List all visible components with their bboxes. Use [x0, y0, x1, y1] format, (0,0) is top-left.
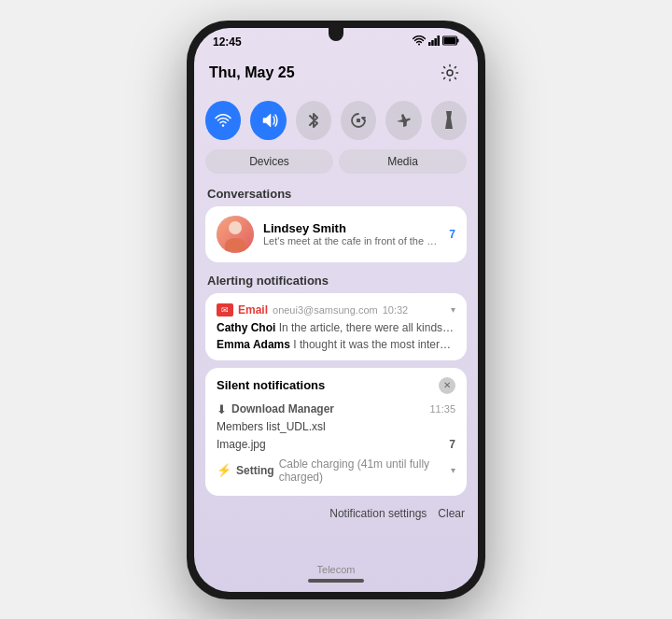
- date-text: Thu, May 25: [209, 64, 295, 81]
- alert-msg-1: Cathy Choi In the article, there were al…: [217, 319, 455, 336]
- silent-app-name: Download Manager: [231, 402, 334, 415]
- signal-icon: [428, 35, 440, 48]
- alert-app-name: Email: [238, 303, 268, 317]
- svg-rect-2: [434, 38, 437, 46]
- alert-app-email: oneui3@samsung.com: [273, 304, 378, 316]
- alerting-card[interactable]: ✉ Email oneui3@samsung.com 10:32 ▾ Cathy…: [205, 293, 467, 360]
- phone-screen: 12:45: [194, 28, 478, 592]
- battery-icon: [442, 35, 459, 48]
- phone-frame: 12:45: [187, 21, 485, 599]
- silent-header: Silent notifications ✕: [217, 377, 455, 394]
- silent-section-label: Silent notifications: [217, 378, 325, 392]
- setting-row: ⚡ Setting Cable charging (41m until full…: [217, 455, 455, 486]
- silent-file-row-2: Image.jpg 7: [217, 434, 455, 455]
- media-tab[interactable]: Media: [339, 149, 467, 174]
- clear-button[interactable]: Clear: [438, 507, 465, 520]
- setting-chevron-icon[interactable]: ▾: [451, 465, 455, 475]
- alert-sender-2: Emma Adams: [217, 338, 290, 351]
- alert-app-time: 10:32: [383, 304, 409, 316]
- silent-file-1: Members list_UDL.xsl: [217, 419, 455, 434]
- airplane-toggle[interactable]: [385, 101, 421, 140]
- notification-settings-link[interactable]: Notification settings: [329, 507, 427, 520]
- notification-panel: Thu, May 25: [194, 52, 478, 558]
- svg-rect-6: [457, 39, 459, 43]
- quick-toggles: [205, 95, 467, 149]
- alert-app-row: ✉ Email oneui3@samsung.com 10:32 ▾: [217, 301, 455, 319]
- date-row: Thu, May 25: [205, 52, 467, 95]
- wifi-icon: [413, 35, 426, 48]
- silent-app-row: ⬇ Download Manager 11:35: [217, 400, 455, 419]
- svg-rect-8: [357, 119, 360, 122]
- conv-name: Lindsey Smith: [263, 221, 440, 235]
- setting-value: Cable charging (41m until fully charged): [279, 457, 446, 484]
- chevron-down-icon[interactable]: ▾: [451, 304, 455, 315]
- conversation-item: Lindsey Smith Let's meet at the cafe in …: [217, 216, 455, 253]
- flashlight-toggle[interactable]: [431, 101, 467, 140]
- rotate-toggle[interactable]: [341, 101, 376, 140]
- conv-badge: 7: [449, 228, 455, 241]
- download-icon: ⬇: [217, 402, 227, 416]
- home-bar[interactable]: [308, 579, 364, 583]
- conv-preview: Let's meet at the cafe in front of the c…: [263, 235, 440, 246]
- devices-tab[interactable]: Devices: [205, 149, 333, 174]
- carrier-label: Telecom: [317, 564, 356, 575]
- svg-rect-5: [444, 37, 456, 44]
- silent-file-2: Image.jpg: [217, 437, 266, 452]
- tabs-row: Devices Media: [205, 149, 467, 183]
- avatar: [217, 216, 254, 253]
- setting-icon: ⚡: [217, 463, 231, 477]
- setting-label: Setting: [236, 464, 274, 477]
- alert-body-1: In the article, there were all kinds of …: [279, 321, 455, 334]
- settings-button[interactable]: [437, 60, 463, 86]
- conversations-section-label: Conversations: [205, 183, 467, 206]
- svg-point-7: [447, 70, 453, 76]
- silent-time: 11:35: [429, 403, 455, 415]
- footer-row: Notification settings Clear: [205, 503, 467, 528]
- alert-app: ✉ Email oneui3@samsung.com 10:32: [217, 303, 408, 317]
- svg-rect-0: [428, 42, 431, 46]
- silent-app: ⬇ Download Manager: [217, 402, 334, 416]
- alert-msg-2: Emma Adams I thought it was the most int…: [217, 336, 455, 353]
- silent-badge: 7: [449, 438, 455, 451]
- alert-body-2: I thought it was the most interesting th…: [293, 338, 455, 351]
- conversation-card[interactable]: Lindsey Smith Let's meet at the cafe in …: [205, 206, 467, 262]
- svg-rect-1: [431, 40, 434, 46]
- email-icon: ✉: [217, 303, 233, 317]
- phone-bottom: Telecom: [194, 558, 478, 592]
- silent-card: Silent notifications ✕ ⬇ Download Manage…: [205, 368, 467, 496]
- close-button[interactable]: ✕: [439, 377, 455, 394]
- alert-sender-1: Cathy Choi: [217, 321, 275, 334]
- wifi-toggle[interactable]: [205, 101, 241, 140]
- conv-text: Lindsey Smith Let's meet at the cafe in …: [263, 221, 440, 246]
- status-icons: [413, 35, 459, 48]
- bluetooth-toggle[interactable]: [296, 101, 331, 140]
- alerting-section-label: Alerting notifications: [205, 270, 467, 293]
- sound-toggle[interactable]: [250, 101, 286, 140]
- svg-rect-3: [438, 35, 441, 46]
- status-time: 12:45: [213, 35, 242, 49]
